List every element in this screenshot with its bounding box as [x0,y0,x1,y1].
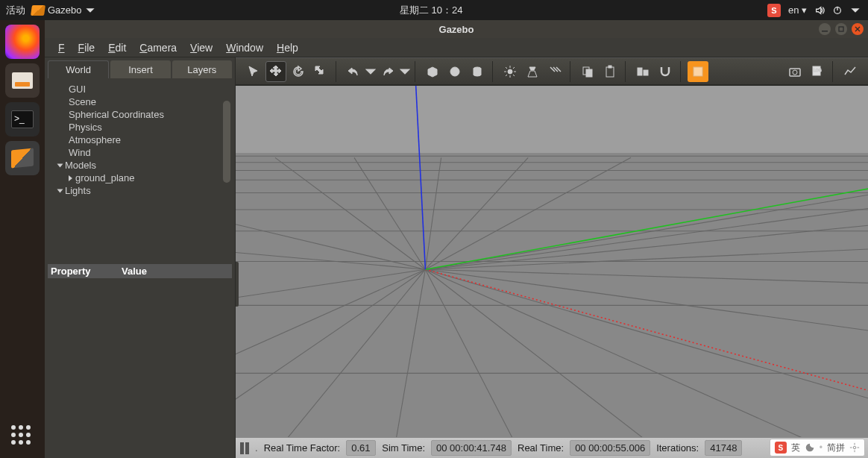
svg-rect-25 [644,70,648,75]
svg-line-15 [513,67,515,69]
property-header: Property Value [48,264,232,278]
sphere-tool[interactable] [444,61,465,82]
menu-edit[interactable]: Edit [108,42,126,54]
menu-camera[interactable]: Camera [139,42,177,54]
sogou-ime-indicator[interactable]: S [767,4,781,17]
value-col: Value [122,266,147,277]
svg-line-57 [236,269,425,389]
svg-line-60 [425,157,441,269]
rotate-tool[interactable] [288,61,309,82]
main-area: LOG [236,57,868,458]
tree-atmosphere[interactable]: Atmosphere [51,134,229,146]
menu-file[interactable]: Fdocument.currentScript.previousSibling.… [58,42,65,54]
3d-viewport[interactable] [236,86,868,437]
svg-line-59 [354,157,425,269]
menu-view[interactable]: View [190,42,213,54]
menu-window[interactable]: Window [226,42,263,54]
volume-icon[interactable] [814,5,825,16]
launcher-gazebo[interactable] [5,141,40,175]
menu-file[interactable]: File [78,42,95,54]
redo-button[interactable] [377,61,398,82]
menubar: Fdocument.currentScript.previousSibling.… [45,38,868,57]
panel-collapse-handle[interactable] [236,262,239,307]
log-button[interactable]: LOG [807,61,828,82]
svg-line-43 [394,269,425,437]
chevron-down-icon [85,5,95,16]
tree-ground-plane[interactable]: ground_plane [51,172,229,184]
redo-dropdown[interactable] [400,61,410,82]
expand-icon [57,189,63,192]
undo-button[interactable] [343,61,364,82]
rtf-label: Real Time Factor: [264,442,341,454]
clock[interactable]: 星期二 10：24 [95,4,767,17]
window-title: Gazebo [45,24,868,35]
pause-button[interactable] [240,442,249,454]
select-tool[interactable] [243,61,264,82]
svg-point-28 [793,70,797,75]
tree-wind[interactable]: Wind [51,146,229,159]
ime-input-type[interactable]: 简拼 [827,442,845,454]
ime-mode[interactable]: 英 [791,442,800,454]
copy-button[interactable] [577,61,598,82]
chevron-down-icon[interactable] [850,5,861,16]
moon-icon[interactable] [805,442,815,453]
view-angle-tool[interactable] [688,61,708,82]
launcher-terminal[interactable]: >_ [5,102,40,137]
align-tool[interactable] [632,61,653,82]
close-button[interactable] [852,23,864,35]
tree-gui[interactable]: GUI [51,83,229,95]
launcher-firefox[interactable] [5,25,40,59]
plot-button[interactable] [840,61,861,82]
svg-line-56 [236,269,425,310]
screenshot-button[interactable] [784,61,805,82]
scale-tool[interactable] [310,61,331,82]
tree-models[interactable]: Models [51,159,229,172]
active-app-indicator[interactable]: Gazebo [31,4,95,16]
cylinder-tool[interactable] [467,61,488,82]
menu-help[interactable]: Help [277,42,298,54]
tree-spherical-coordinates[interactable]: Spherical Coordinates [51,108,229,121]
sogou-icon: S [775,442,787,454]
svg-line-41 [236,269,425,437]
app-grid-button[interactable] [11,425,34,448]
launcher-files[interactable] [5,63,40,98]
expand-icon [69,175,72,181]
svg-line-55 [236,245,425,269]
svg-line-53 [425,181,868,269]
minimize-button[interactable] [819,23,831,35]
svg-point-66 [853,446,856,449]
directional-light-tool[interactable] [544,61,565,82]
tree-lights[interactable]: Lights [51,184,229,197]
svg-line-13 [506,67,507,69]
tree-scene[interactable]: Scene [51,95,229,108]
maximize-button[interactable] [835,23,847,35]
svg-line-46 [425,269,836,437]
toolbar: LOG [236,57,868,86]
svg-line-49 [425,269,868,285]
spot-light-tool[interactable] [522,61,543,82]
paste-button[interactable] [600,61,620,82]
tab-layers[interactable]: Layers [172,60,232,78]
svg-rect-23 [608,66,611,68]
tab-insert[interactable]: Insert [110,60,170,78]
box-tool[interactable] [422,61,443,82]
titlebar[interactable]: Gazebo [45,20,868,38]
power-icon[interactable] [832,5,843,16]
translate-tool[interactable] [265,61,286,82]
tab-world[interactable]: World [48,60,109,78]
svg-text:LOG: LOG [814,68,822,72]
tree-physics[interactable]: Physics [51,121,229,134]
scrollbar[interactable] [223,101,230,183]
gear-icon[interactable] [849,442,860,453]
svg-line-63 [425,269,868,401]
language-indicator[interactable]: en ▾ [788,4,807,16]
svg-point-7 [474,73,481,76]
ime-floating-bar[interactable]: S 英 • 简拼 [770,439,865,457]
point-light-tool[interactable] [500,61,521,82]
svg-line-44 [425,269,520,437]
svg-rect-24 [638,68,642,75]
undo-dropdown[interactable] [365,61,376,82]
activities-button[interactable]: 活动 [6,4,25,17]
property-panel [48,278,232,455]
snap-tool[interactable] [655,61,676,82]
